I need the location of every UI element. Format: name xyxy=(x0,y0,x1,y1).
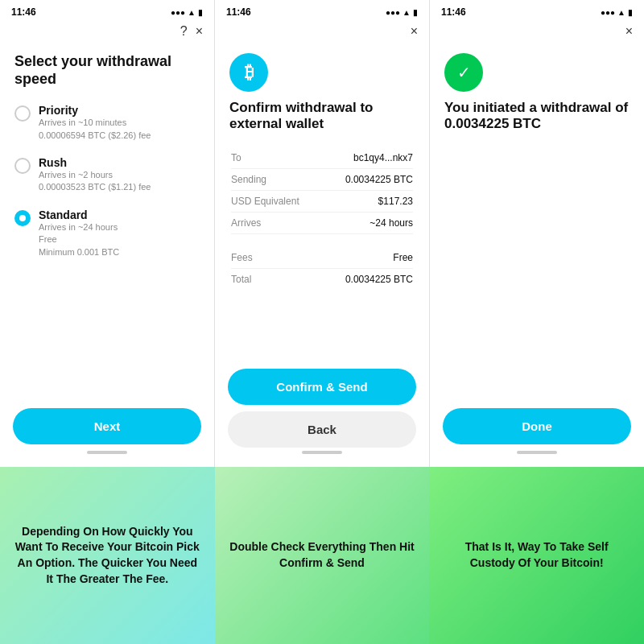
screen3-header: × xyxy=(430,21,644,45)
option-standard-detail3: Minimum 0.001 BTC xyxy=(39,246,119,258)
option-priority-detail1: Arrives in ~10 minutes xyxy=(39,117,151,129)
caption-text-2: Double Check Everything Then Hit Confirm… xyxy=(228,539,417,571)
screen-withdrawal-speed: 11:46 ●●● ▲ ▮ ? × Select your withdrawal… xyxy=(0,0,215,467)
option-rush-detail1: Arrives in ~2 hours xyxy=(39,169,151,181)
wifi-icon-3: ▲ xyxy=(617,8,625,17)
detail-fees: Fees Free xyxy=(231,247,413,269)
home-indicator-3 xyxy=(517,451,557,454)
screen2-footer: Confirm & Send Back xyxy=(215,361,429,467)
option-rush-detail2: 0.00003523 BTC ($1.21) fee xyxy=(39,181,151,193)
option-standard-detail1: Arrives in ~24 hours xyxy=(39,221,119,233)
screen3-content: ✓ You initiated a withdrawal of 0.003422… xyxy=(430,45,644,400)
detail-usd: USD Equivalent $117.23 xyxy=(231,191,413,213)
status-time-3: 11:46 xyxy=(441,6,466,18)
screen1-footer: Next xyxy=(0,400,214,467)
option-standard[interactable]: Standard Arrives in ~24 hours Free Minim… xyxy=(14,208,200,258)
detail-total-value: 0.0034225 BTC xyxy=(345,274,413,285)
screen3-footer: Done xyxy=(430,400,644,467)
screen1-content: Select your withdrawal speed Priority Ar… xyxy=(0,45,214,400)
battery-icon-3: ▮ xyxy=(628,8,633,17)
status-bar-1: 11:46 ●●● ▲ ▮ xyxy=(0,0,214,21)
caption-text-1: Depending On How Quickly You Want To Rec… xyxy=(13,524,202,587)
confirm-title: Confirm withdrawal to external wallet xyxy=(229,100,415,133)
screens-row: 11:46 ●●● ▲ ▮ ? × Select your withdrawal… xyxy=(0,0,644,467)
option-standard-name: Standard xyxy=(39,208,119,221)
status-icons-2: ●●● ▲ ▮ xyxy=(386,8,418,17)
home-indicator-2 xyxy=(302,451,342,454)
checkmark-icon: ✓ xyxy=(457,63,471,82)
status-bar-2: 11:46 ●●● ▲ ▮ xyxy=(215,0,429,21)
captions-row: Depending On How Quickly You Want To Rec… xyxy=(0,467,644,644)
caption-panel-1: Depending On How Quickly You Want To Rec… xyxy=(0,467,215,644)
detail-table: To bc1qy4...nkx7 Sending 0.0034225 BTC U… xyxy=(229,146,415,291)
detail-usd-value: $117.23 xyxy=(378,196,413,207)
screen-success: 11:46 ●●● ▲ ▮ × ✓ You initiated a withdr… xyxy=(430,0,644,467)
screen1-title: Select your withdrawal speed xyxy=(14,53,200,88)
help-icon[interactable]: ? xyxy=(180,24,188,39)
success-title: You initiated a withdrawal of 0.0034225 … xyxy=(444,100,630,133)
detail-to-label: To xyxy=(231,152,242,163)
screen2-header: × xyxy=(215,21,429,45)
success-icon-circle: ✓ xyxy=(444,53,483,92)
screen1-header: ? × xyxy=(0,21,214,45)
detail-sending: Sending 0.0034225 BTC xyxy=(231,169,413,191)
detail-to: To bc1qy4...nkx7 xyxy=(231,147,413,169)
detail-total-label: Total xyxy=(231,274,251,285)
caption-text-3: That Is It, Way To Take Self Custody Of … xyxy=(442,539,631,571)
status-bar-3: 11:46 ●●● ▲ ▮ xyxy=(430,0,644,21)
battery-icon: ▮ xyxy=(198,8,203,17)
detail-fees-label: Fees xyxy=(231,252,253,263)
radio-rush[interactable] xyxy=(14,158,31,174)
detail-usd-label: USD Equivalent xyxy=(231,196,299,207)
caption-panel-3: That Is It, Way To Take Self Custody Of … xyxy=(429,467,644,644)
home-indicator-1 xyxy=(87,451,127,454)
next-button[interactable]: Next xyxy=(13,408,201,444)
option-priority-name: Priority xyxy=(39,104,151,117)
detail-fees-value: Free xyxy=(393,252,413,263)
detail-sending-value: 0.0034225 BTC xyxy=(345,174,413,185)
option-rush-name: Rush xyxy=(39,156,151,169)
detail-arrives-value: ~24 hours xyxy=(369,217,413,229)
done-button[interactable]: Done xyxy=(443,408,631,444)
wifi-icon: ▲ xyxy=(188,8,196,17)
signal-icon-3: ●●● xyxy=(601,8,615,17)
screen-confirm: 11:46 ●●● ▲ ▮ × ₿ Confirm withdrawal to … xyxy=(215,0,430,467)
option-priority[interactable]: Priority Arrives in ~10 minutes 0.000065… xyxy=(14,104,200,142)
close-icon-3[interactable]: × xyxy=(625,24,633,39)
bitcoin-icon-circle: ₿ xyxy=(229,53,268,92)
caption-panel-2: Double Check Everything Then Hit Confirm… xyxy=(215,467,430,644)
status-time-1: 11:46 xyxy=(11,6,36,18)
close-icon-2[interactable]: × xyxy=(411,24,418,39)
option-priority-detail2: 0.00006594 BTC ($2.26) fee xyxy=(39,130,151,142)
option-standard-detail2: Free xyxy=(39,233,119,246)
status-time-2: 11:46 xyxy=(226,6,251,18)
option-rush[interactable]: Rush Arrives in ~2 hours 0.00003523 BTC … xyxy=(14,156,200,194)
wifi-icon-2: ▲ xyxy=(402,8,411,17)
detail-arrives: Arrives ~24 hours xyxy=(231,213,413,234)
detail-arrives-label: Arrives xyxy=(231,217,261,229)
screen2-content: ₿ Confirm withdrawal to external wallet … xyxy=(215,45,429,361)
detail-sending-label: Sending xyxy=(231,174,266,185)
back-button[interactable]: Back xyxy=(228,411,416,448)
signal-icon: ●●● xyxy=(171,8,185,17)
status-icons-3: ●●● ▲ ▮ xyxy=(601,8,633,17)
signal-icon-2: ●●● xyxy=(386,8,400,17)
close-icon-1[interactable]: × xyxy=(196,24,203,39)
detail-total: Total 0.0034225 BTC xyxy=(231,269,413,290)
detail-to-value: bc1qy4...nkx7 xyxy=(353,152,413,163)
radio-standard[interactable] xyxy=(14,210,31,226)
confirm-send-button[interactable]: Confirm & Send xyxy=(228,369,416,405)
bitcoin-letter: ₿ xyxy=(245,62,254,83)
status-icons-1: ●●● ▲ ▮ xyxy=(171,8,203,17)
battery-icon-2: ▮ xyxy=(413,8,418,17)
radio-priority[interactable] xyxy=(14,105,31,122)
